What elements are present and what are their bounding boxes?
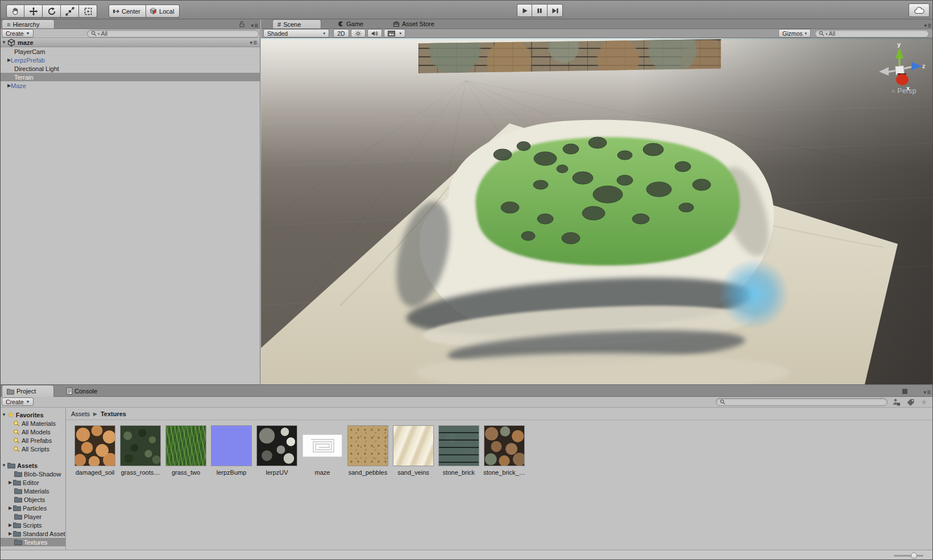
folder-row-materials[interactable]: Materials xyxy=(1,487,65,495)
rotate-tool-button[interactable] xyxy=(43,5,61,18)
asset-stone-brick[interactable]: stone_brick xyxy=(436,426,482,476)
hierarchy-item-maze[interactable]: ▶ Maze xyxy=(1,81,260,90)
folder-icon xyxy=(14,471,22,477)
foldout-closed-icon[interactable]: ▶ xyxy=(7,531,13,536)
project-tab-row: Project Console ▾≡ xyxy=(1,384,933,397)
asset-grid: damaged_soil grass_roots… grass_two lerp… xyxy=(66,420,933,550)
favorites-item-all-materials[interactable]: All Materials xyxy=(1,419,65,428)
scale-tool-button[interactable] xyxy=(61,5,79,18)
asset-grass-two[interactable]: grass_two xyxy=(163,426,209,476)
audio-toggle-button[interactable] xyxy=(367,29,382,38)
search-by-type-icon[interactable] xyxy=(892,398,901,406)
slider-handle[interactable] xyxy=(911,553,917,559)
rect-tool-button[interactable] xyxy=(79,5,97,18)
favorites-item-all-prefabs[interactable]: All Prefabs xyxy=(1,436,65,445)
breadcrumb-current[interactable]: Textures xyxy=(101,410,126,417)
lighting-toggle-button[interactable] xyxy=(351,29,366,38)
project-create-button[interactable]: Create ▼ xyxy=(2,397,34,406)
foldout-closed-icon[interactable]: ▶ xyxy=(7,505,13,511)
foldout-closed-icon[interactable]: ▶ xyxy=(1,57,7,63)
pivot-center-button[interactable]: Center xyxy=(109,5,146,18)
shading-mode-dropdown[interactable]: Shaded ▾ xyxy=(263,29,329,38)
folder-row-particles[interactable]: ▶ Particles xyxy=(1,504,65,512)
axis-back-cone[interactable] xyxy=(879,67,889,76)
folder-row-standard-assets[interactable]: ▶ Standard Assets xyxy=(1,529,65,538)
folder-row-player[interactable]: Player xyxy=(1,512,65,521)
search-icon xyxy=(720,399,725,405)
blue-glow-effect xyxy=(719,259,789,329)
scene-viewport[interactable]: y z x < Persp xyxy=(261,38,933,384)
cloud-button[interactable] xyxy=(909,3,930,17)
scene-header-row[interactable]: ▼ maze ▾≡ xyxy=(1,38,260,47)
foldout-closed-icon[interactable]: ▶ xyxy=(7,480,13,485)
axis-y-cone[interactable] xyxy=(895,47,903,59)
foldout-closed-icon[interactable]: ▶ xyxy=(1,83,7,88)
breadcrumb-root[interactable]: Assets xyxy=(71,410,90,417)
gizmos-dropdown[interactable]: Gizmos ▾ xyxy=(778,29,811,38)
play-icon xyxy=(521,7,528,14)
asset-sand-pebbles[interactable]: sand_pebbles xyxy=(345,426,391,476)
label-icon[interactable] xyxy=(906,398,915,406)
asset-browser: Assets ▶ Textures damaged_soil grass_roo… xyxy=(66,408,933,550)
folder-icon xyxy=(13,522,21,528)
tab-scene[interactable]: # Scene xyxy=(272,19,321,28)
search-icon xyxy=(91,31,97,36)
hierarchy-item-lerpzprefab[interactable]: ▶ LerpzPrefab xyxy=(1,56,260,64)
tab-hierarchy[interactable]: ≡ Hierarchy xyxy=(2,19,55,28)
axis-z-cone[interactable] xyxy=(911,62,922,70)
asset-grass-roots[interactable]: grass_roots… xyxy=(118,426,163,476)
panel-menu-icon[interactable]: ▾≡ xyxy=(924,22,931,30)
axis-x-cone[interactable] xyxy=(896,74,909,85)
scene-search-input[interactable]: ▾ All xyxy=(815,30,929,38)
lock-icon[interactable] xyxy=(902,389,907,394)
asset-damaged-soil[interactable]: damaged_soil xyxy=(72,426,118,476)
project-search-input[interactable] xyxy=(716,398,888,406)
hierarchy-search-input[interactable]: ▾ All xyxy=(87,30,259,38)
tab-console[interactable]: Console xyxy=(62,385,102,397)
transform-tools xyxy=(6,5,97,18)
rect-icon xyxy=(84,7,93,16)
favorites-item-all-models[interactable]: All Models xyxy=(1,428,65,436)
pause-button[interactable] xyxy=(532,4,548,17)
tab-project[interactable]: Project xyxy=(2,385,54,397)
move-tool-button[interactable] xyxy=(24,5,43,18)
playback-controls xyxy=(517,4,563,17)
thumbnail-size-slider[interactable] xyxy=(894,555,923,557)
hierarchy-item-directional-light[interactable]: Directional Light xyxy=(1,64,260,73)
favorites-header[interactable]: ▼ ★ Favorites xyxy=(1,410,65,419)
search-query-icon xyxy=(13,437,20,444)
hierarchy-item-terrain[interactable]: Terrain xyxy=(1,73,260,81)
asset-lerpzbump[interactable]: lerpzBump xyxy=(209,426,254,476)
folder-row-blob-shadow[interactable]: Blob-Shadow xyxy=(1,470,65,478)
asset-lerpzuv[interactable]: lerpzUV xyxy=(254,426,300,476)
2d-toggle-button[interactable]: 2D xyxy=(333,29,349,38)
folder-row-scripts[interactable]: ▶ Scripts xyxy=(1,521,65,529)
asset-sand-veins[interactable]: sand_veins xyxy=(391,426,436,476)
panel-menu-icon[interactable]: ▾≡ xyxy=(251,22,258,30)
hierarchy-create-button[interactable]: Create ▼ xyxy=(2,29,34,38)
shading-mode-label: Shaded xyxy=(267,30,288,37)
asset-stone-brick-2[interactable]: stone_brick_… xyxy=(482,426,527,476)
panel-menu-icon[interactable]: ▾≡ xyxy=(923,388,930,396)
tab-asset-store[interactable]: Asset Store xyxy=(388,19,439,28)
pivot-local-button[interactable]: Local xyxy=(146,5,180,18)
effects-dropdown[interactable]: ▾ xyxy=(384,29,405,38)
folder-row-objects[interactable]: Objects xyxy=(1,495,65,504)
assets-root-row[interactable]: ▼ Assets xyxy=(1,461,65,470)
hierarchy-item-playercam[interactable]: PlayerCam xyxy=(1,47,260,56)
folder-row-textures[interactable]: Textures xyxy=(1,538,65,546)
hand-tool-button[interactable] xyxy=(6,5,24,18)
projection-mode-toggle[interactable]: < Persp xyxy=(891,87,917,95)
foldout-closed-icon[interactable]: ▶ xyxy=(7,522,13,528)
lock-icon[interactable] xyxy=(239,21,245,27)
play-button[interactable] xyxy=(517,4,532,17)
local-icon xyxy=(150,7,157,15)
star-icon[interactable]: ★ xyxy=(920,397,928,406)
favorites-item-all-scripts[interactable]: All Scripts xyxy=(1,445,65,453)
asset-maze[interactable]: maze xyxy=(300,426,345,476)
folder-row-editor[interactable]: ▶ Editor xyxy=(1,478,65,487)
scene-menu-icon[interactable]: ▾≡ xyxy=(250,39,256,47)
hierarchy-panel: ≡ Hierarchy ▾≡ Create ▼ ▾ xyxy=(1,19,260,384)
step-button[interactable] xyxy=(548,4,563,17)
tab-game[interactable]: Game xyxy=(333,19,368,28)
